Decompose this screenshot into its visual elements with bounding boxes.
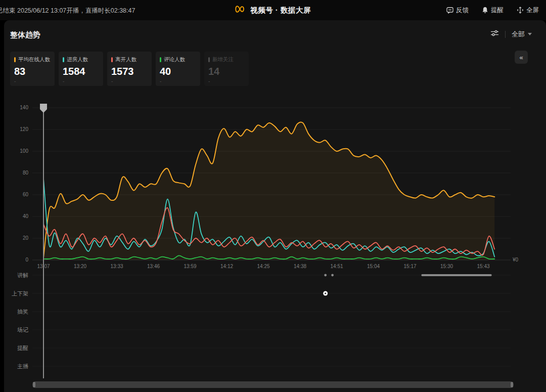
x-axis-label: 13:20	[69, 264, 92, 269]
bell-icon	[482, 7, 488, 14]
event-bar[interactable]	[421, 274, 491, 276]
scrollbar-right-handle[interactable]	[511, 382, 513, 387]
series-area-avg_online	[43, 122, 494, 260]
dashboard-panel: 整体趋势 全部 平均在线人数 83 - 进房人数 1584 -	[4, 20, 546, 392]
x-axis-label: 13:59	[179, 264, 201, 269]
y-axis-label: 20	[4, 235, 28, 241]
x-axis-label: 15:30	[436, 264, 458, 269]
x-axis-label: 13:33	[106, 264, 128, 269]
x-axis-label: 14:51	[326, 264, 348, 269]
x-axis-label: 15:17	[399, 264, 421, 269]
y-axis-label: 80	[4, 170, 28, 176]
reminder-label: 提醒	[491, 6, 504, 15]
event-row-label: 抽奖	[4, 308, 28, 316]
reminder-button[interactable]: 提醒	[482, 6, 504, 15]
x-axis-label: 13:07	[32, 264, 55, 269]
topbar-actions: 反馈 提醒 全屏	[446, 0, 539, 20]
app-title: 视频号 · 数据大屏	[250, 6, 310, 15]
trend-chart	[4, 20, 546, 392]
x-axis-label: 15:43	[472, 264, 494, 269]
right-axis-label: ¥0	[513, 257, 518, 263]
y-axis-label: 140	[4, 105, 28, 110]
y-axis-label: 120	[4, 126, 28, 132]
y-axis-label: 40	[4, 213, 28, 219]
x-axis-label: 14:12	[216, 264, 238, 269]
data-zoom-scrollbar[interactable]	[32, 381, 514, 388]
feedback-label: 反馈	[456, 6, 469, 15]
event-ring-center	[325, 292, 326, 294]
x-axis-label: 14:25	[252, 264, 275, 269]
scrollbar-left-handle[interactable]	[33, 382, 35, 387]
event-row-label: 主播	[4, 363, 28, 370]
event-row-label: 提醒	[4, 344, 28, 352]
time-marker-handle[interactable]	[40, 104, 47, 113]
channels-logo-icon	[235, 5, 246, 15]
y-axis-label: 100	[4, 148, 28, 154]
fullscreen-label: 全屏	[526, 6, 539, 15]
event-dot[interactable]	[324, 274, 327, 277]
feedback-icon	[446, 7, 453, 14]
event-row-label: 上下架	[4, 290, 28, 297]
event-row-label: 场记	[4, 326, 28, 334]
y-axis-label: 60	[4, 192, 28, 197]
y-axis-label: 0	[4, 257, 28, 263]
x-axis-label: 13:46	[143, 264, 165, 269]
top-bar: 已结束 2025/06/12 13:07开播，直播时长02:38:47 视频号 …	[0, 0, 546, 20]
x-axis-label: 14:38	[289, 264, 311, 269]
fullscreen-button[interactable]: 全屏	[517, 6, 539, 15]
fullscreen-icon	[517, 7, 524, 14]
feedback-button[interactable]: 反馈	[446, 6, 469, 15]
x-axis-label: 15:04	[362, 264, 385, 269]
event-row-label: 讲解	[4, 272, 28, 279]
event-dot[interactable]	[331, 274, 334, 277]
